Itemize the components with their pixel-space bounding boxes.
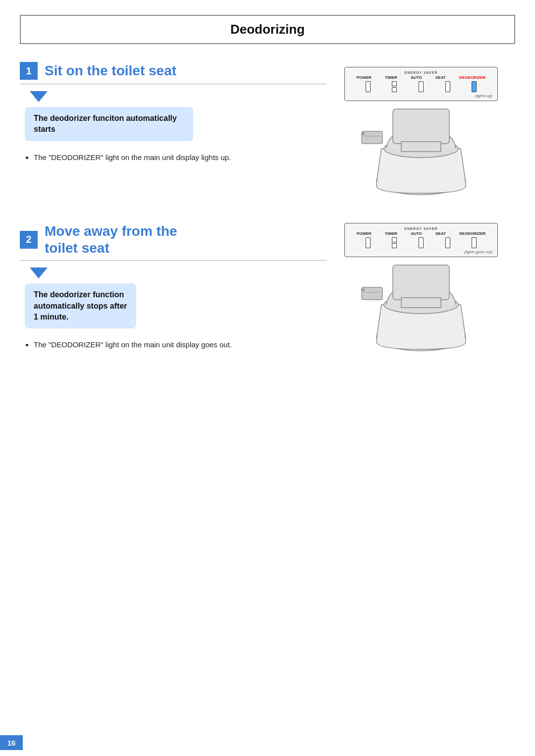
label-deodorizer: DEODORIZER: [459, 75, 485, 80]
step-1-header: 1 Sit on the toilet seat: [20, 62, 327, 84]
step-2-title: Move away from the toilet seat: [45, 223, 177, 256]
svg-rect-9: [393, 265, 449, 300]
section-2-right: ENERGY SAVER POWER TIMER AUTO SEAT DEODO…: [327, 223, 515, 354]
step-1-title: Sit on the toilet seat: [45, 62, 176, 79]
panel-1-indicators: [350, 81, 492, 92]
panel-1: ENERGY SAVER POWER TIMER AUTO SEAT DEODO…: [344, 67, 498, 101]
step-1-arrow: [30, 91, 48, 102]
panel-1-labels: POWER TIMER AUTO SEAT DEODORIZER: [350, 75, 492, 80]
step-2-callout: The deodorizer function automatically st…: [25, 283, 136, 328]
step-2-callout-text: The deodorizer function automatically st…: [34, 289, 127, 323]
toilet-illustration-1: [349, 104, 493, 198]
step-2-arrow: [30, 268, 48, 278]
step-2-header: 2 Move away from the toilet seat: [20, 223, 327, 261]
panel-2-indicators: [350, 237, 492, 248]
ind-power-2: [366, 237, 371, 248]
label-seat-2: SEAT: [435, 231, 446, 236]
step-1-callout: The deodorizer funciton automatically st…: [25, 107, 193, 141]
ind-power: [366, 81, 371, 92]
energy-saver-label-2: ENERGY SAVER: [350, 227, 492, 230]
label-seat: SEAT: [435, 75, 446, 80]
svg-rect-2: [393, 109, 449, 144]
label-auto-2: AUTO: [411, 231, 422, 236]
label-power: POWER: [357, 75, 372, 80]
svg-point-6: [362, 132, 365, 135]
panel-2-status: (lights goes out): [350, 250, 492, 254]
label-timer-2: TIMER: [385, 231, 397, 236]
svg-rect-11: [362, 287, 382, 300]
step-2-bullets: The "DEODORIZER" light on the main unit …: [34, 339, 327, 351]
section-2: 2 Move away from the toilet seat The deo…: [20, 223, 515, 354]
step-2-bullet-1: The "DEODORIZER" light on the main unit …: [34, 339, 327, 351]
panel-1-status: (lights up): [350, 94, 492, 98]
section-1: 1 Sit on the toilet seat The deodorizer …: [20, 62, 515, 198]
ind-deodorizer-off: [472, 237, 477, 248]
section-1-left: 1 Sit on the toilet seat The deodorizer …: [20, 62, 327, 165]
ind-deodorizer-lit: [472, 81, 477, 92]
svg-point-13: [362, 288, 365, 291]
page-title: Deodorizing: [230, 22, 305, 37]
step-1-number: 1: [20, 62, 38, 80]
ind-auto-2: [419, 237, 424, 248]
label-timer: TIMER: [385, 75, 397, 80]
panel-2-labels: POWER TIMER AUTO SEAT DEODORIZER: [350, 231, 492, 236]
toilet-illustration-2: [349, 260, 493, 354]
label-auto: AUTO: [411, 75, 422, 80]
svg-rect-4: [362, 131, 382, 144]
ind-timer: [392, 81, 397, 92]
step-1-callout-text: The deodorizer funciton automatically st…: [34, 113, 184, 135]
ind-timer-2: [392, 237, 397, 248]
panel-2: ENERGY SAVER POWER TIMER AUTO SEAT DEODO…: [344, 223, 498, 257]
svg-rect-10: [401, 298, 441, 308]
energy-saver-label: ENERGY SAVER: [350, 71, 492, 74]
step-1-bullets: The "DEODORIZER" light on the main unit …: [34, 152, 327, 163]
svg-rect-3: [401, 142, 441, 152]
section-2-left: 2 Move away from the toilet seat The deo…: [20, 223, 327, 353]
ind-seat: [445, 81, 450, 92]
section-1-right: ENERGY SAVER POWER TIMER AUTO SEAT DEODO…: [327, 67, 515, 198]
ind-auto: [419, 81, 424, 92]
ind-seat-2: [445, 237, 450, 248]
step-1-bullet-1: The "DEODORIZER" light on the main unit …: [34, 152, 327, 163]
step-2-number: 2: [20, 231, 38, 249]
page-title-bar: Deodorizing: [20, 15, 515, 44]
page-number: 16: [0, 735, 23, 750]
label-power-2: POWER: [357, 231, 372, 236]
label-deodorizer-2: DEODORIZER: [459, 231, 485, 236]
